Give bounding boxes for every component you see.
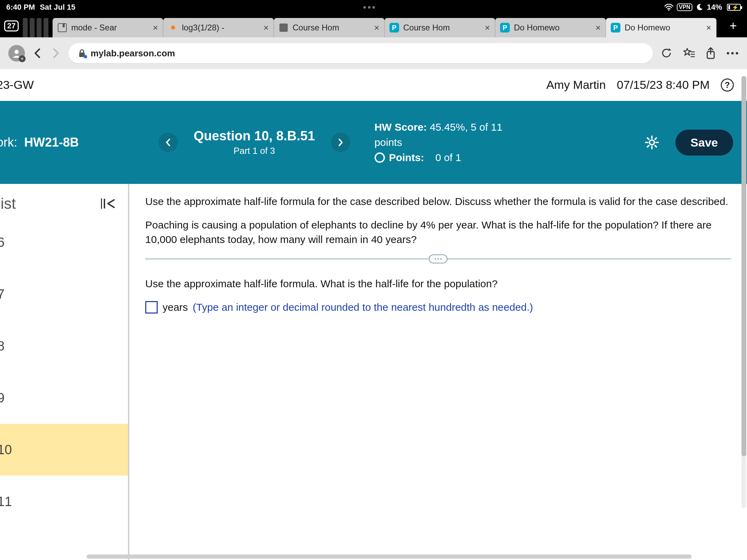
- settings-button[interactable]: [645, 136, 659, 149]
- status-time: 6:40 PM: [6, 3, 35, 12]
- svg-point-1: [15, 50, 19, 54]
- vpn-badge: VPN: [677, 3, 692, 11]
- close-tab-button[interactable]: ×: [485, 22, 490, 33]
- answer-unit: years: [163, 300, 188, 315]
- vertical-scrollbar-thumb[interactable]: [741, 76, 746, 456]
- url-text: mylab.pearson.com: [91, 48, 175, 59]
- tab-label: log3(1/28) -: [182, 23, 224, 32]
- homework-label: ork: HW21-8B: [0, 135, 79, 150]
- forward-button[interactable]: [50, 48, 61, 58]
- question-content: Use the approximate half-life formula fo…: [129, 184, 747, 560]
- favorites-button[interactable]: [683, 47, 695, 59]
- svg-line-12: [647, 138, 649, 139]
- prompt-text: Use the approximate half-life formula. W…: [145, 277, 731, 291]
- course-header: 23-GW Amy Martin 07/15/23 8:40 PM ?: [0, 69, 747, 101]
- battery-pct: 14%: [707, 3, 722, 12]
- profile-button[interactable]: [8, 45, 25, 62]
- tab-overview-button[interactable]: 27: [3, 15, 19, 37]
- reload-button[interactable]: [661, 47, 672, 59]
- prev-question-button[interactable]: [158, 133, 178, 152]
- answer-hint: (Type an integer or decimal rounded to t…: [193, 300, 533, 315]
- svg-line-13: [655, 146, 656, 147]
- save-button[interactable]: Save: [675, 130, 733, 156]
- tab-label: Do Homewo: [625, 23, 670, 32]
- tab-label: Course Hom: [403, 23, 450, 32]
- help-button[interactable]: ?: [721, 78, 734, 92]
- page-icon: [279, 23, 288, 32]
- svg-line-14: [655, 138, 656, 139]
- browser-tab[interactable]: mode - Sear×: [53, 18, 163, 37]
- collapse-sidebar-button[interactable]: [103, 198, 116, 209]
- star-icon: ✸: [168, 23, 178, 32]
- pearson-icon: P: [611, 23, 620, 32]
- tab-label: Course Hom: [293, 23, 339, 32]
- question-list-sidebar: list 67891011: [0, 184, 129, 560]
- close-tab-button[interactable]: ×: [596, 22, 601, 33]
- svg-point-6: [736, 52, 738, 55]
- multitask-dots[interactable]: •••: [75, 2, 664, 13]
- svg-point-4: [727, 52, 729, 55]
- browser-tab[interactable]: PDo Homewo×: [606, 18, 717, 37]
- points-circle-icon: [375, 152, 385, 163]
- question-list-item[interactable]: 9: [0, 372, 128, 424]
- tab-label: mode - Sear: [71, 23, 117, 32]
- pearson-icon: P: [389, 23, 399, 32]
- close-tab-button[interactable]: ×: [264, 22, 269, 33]
- assignment-banner: ork: HW21-8B Question 10, 8.B.51 Part 1 …: [0, 101, 747, 184]
- new-tab-button[interactable]: +: [723, 15, 744, 37]
- wifi-icon: [664, 4, 673, 11]
- course-datetime: 07/15/23 8:40 PM: [617, 78, 710, 92]
- svg-point-5: [731, 52, 734, 55]
- battery-icon: ⚡: [726, 4, 741, 11]
- tab-label: Do Homewo: [514, 23, 560, 32]
- close-tab-button[interactable]: ×: [706, 22, 711, 33]
- question-list-item[interactable]: 7: [0, 268, 128, 320]
- horizontal-scrollbar-thumb[interactable]: [86, 554, 692, 559]
- share-button[interactable]: [706, 47, 716, 59]
- answer-input[interactable]: [145, 301, 158, 314]
- browser-tab[interactable]: Course Hom×: [274, 18, 385, 37]
- answer-row: years (Type an integer or decimal rounde…: [145, 300, 731, 315]
- more-button[interactable]: [726, 52, 739, 55]
- question-list-item[interactable]: 8: [0, 320, 128, 372]
- sidebar-title: list: [0, 195, 16, 212]
- question-list-item[interactable]: 10: [0, 424, 128, 476]
- svg-line-15: [647, 146, 649, 147]
- close-tab-button[interactable]: ×: [374, 22, 379, 33]
- next-question-button[interactable]: [331, 133, 350, 152]
- tab-groups[interactable]: [23, 15, 48, 37]
- browser-tab[interactable]: ✸log3(1/28) -×: [163, 18, 274, 37]
- question-list-item[interactable]: 6: [0, 216, 128, 268]
- book-icon: [57, 23, 67, 32]
- status-date: Sat Jul 15: [40, 3, 75, 12]
- problem-text: Poaching is causing a population of elep…: [145, 218, 731, 247]
- address-bar[interactable]: mylab.pearson.com: [68, 43, 653, 63]
- lock-icon: [78, 49, 86, 58]
- svg-point-0: [668, 9, 670, 11]
- question-indicator: Question 10, 8.B.51 Part 1 of 3: [185, 129, 324, 156]
- instruction-text: Use the approximate half-life formula fo…: [145, 194, 731, 209]
- expand-divider[interactable]: [145, 259, 731, 259]
- ipad-status-bar: 6:40 PM Sat Jul 15 ••• VPN 14% ⚡: [0, 0, 747, 15]
- question-list-item[interactable]: 11: [0, 476, 128, 528]
- back-button[interactable]: [33, 48, 43, 58]
- svg-point-7: [649, 140, 654, 145]
- browser-tab-strip: 27 mode - Sear×✸log3(1/28) -×Course Hom×…: [0, 15, 747, 37]
- course-code: 23-GW: [0, 78, 34, 92]
- close-tab-button[interactable]: ×: [153, 22, 158, 33]
- pearson-icon: P: [500, 23, 510, 32]
- main-area: list 67891011 Use the approximate half-l…: [0, 184, 747, 560]
- moon-icon: [696, 3, 703, 11]
- score-block: HW Score: 45.45%, 5 of 11 points Points:…: [375, 120, 502, 165]
- browser-toolbar: mylab.pearson.com: [0, 37, 747, 69]
- browser-tab[interactable]: PDo Homewo×: [495, 18, 606, 37]
- user-name: Amy Martin: [546, 78, 606, 92]
- browser-tab[interactable]: PCourse Hom×: [385, 18, 495, 37]
